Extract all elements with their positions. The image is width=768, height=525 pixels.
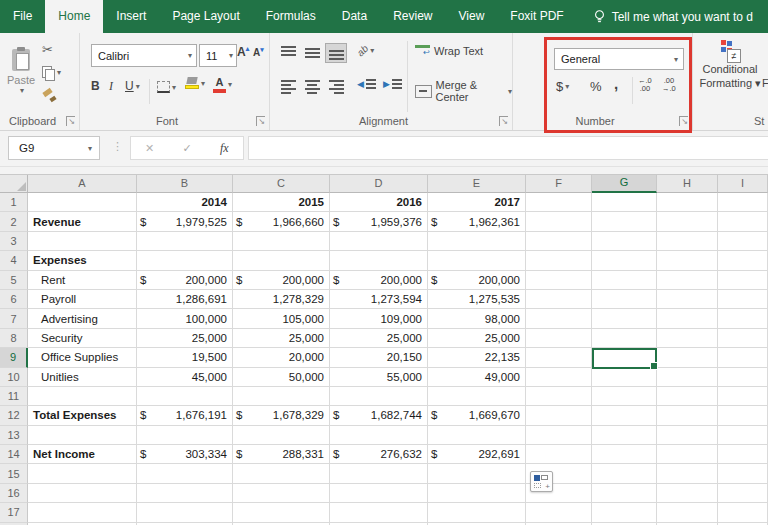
cell-I1[interactable] (718, 193, 768, 212)
cell-G17[interactable] (592, 503, 657, 522)
cell-D6[interactable]: 1,273,594 (330, 290, 428, 309)
tell-me-box[interactable]: Tell me what you want to d (593, 0, 753, 33)
cell-C10[interactable]: 50,000 (233, 368, 330, 387)
cell-D14[interactable]: $276,632 (330, 445, 428, 464)
cell-I11[interactable] (718, 387, 768, 406)
cell-G5[interactable] (592, 271, 657, 290)
clipboard-dialog-launcher-icon[interactable]: ↘ (66, 116, 75, 126)
cell-F5[interactable] (526, 271, 592, 290)
cell-E5[interactable]: $200,000 (428, 271, 526, 290)
bold-button[interactable]: B (91, 79, 100, 93)
cell-C12[interactable]: $1,678,329 (233, 406, 330, 425)
cell-D16[interactable] (330, 484, 428, 503)
cell-A1[interactable] (28, 193, 137, 212)
cell-B7[interactable]: 100,000 (137, 309, 233, 328)
cell-E16[interactable] (428, 484, 526, 503)
row-header-4[interactable]: 4 (0, 251, 28, 270)
cell-C9[interactable]: 20,000 (233, 348, 330, 367)
col-header-B[interactable]: B (137, 175, 233, 193)
tab-view[interactable]: View (446, 0, 498, 33)
cell-B17[interactable] (137, 503, 233, 522)
cancel-icon[interactable]: ✕ (131, 142, 168, 155)
cell-H6[interactable] (657, 290, 718, 309)
cell-B9[interactable]: 19,500 (137, 348, 233, 367)
cell-C15[interactable] (233, 464, 330, 483)
cell-B1[interactable]: 2014 (137, 193, 233, 212)
row-header-6[interactable]: 6 (0, 290, 28, 309)
cell-F14[interactable] (526, 445, 592, 464)
percent-style-button[interactable]: % (590, 79, 602, 94)
font-dialog-launcher-icon[interactable]: ↘ (256, 116, 265, 126)
cell-A10[interactable]: Unitlies (28, 368, 137, 387)
tab-data[interactable]: Data (329, 0, 380, 33)
cell-I12[interactable] (718, 406, 768, 425)
cell-A13[interactable] (28, 426, 137, 445)
cell-B15[interactable] (137, 464, 233, 483)
decrease-indent-button[interactable]: ◀ (357, 79, 376, 89)
cell-I3[interactable] (718, 232, 768, 251)
cell-F1[interactable] (526, 193, 592, 212)
col-header-C[interactable]: C (233, 175, 330, 193)
cell-G1[interactable] (592, 193, 657, 212)
cell-G6[interactable] (592, 290, 657, 309)
cell-F17[interactable] (526, 503, 592, 522)
cell-C3[interactable] (233, 232, 330, 251)
cell-E14[interactable]: $292,691 (428, 445, 526, 464)
cell-I16[interactable] (718, 484, 768, 503)
alignment-dialog-launcher-icon[interactable]: ↘ (499, 116, 508, 126)
row-header-15[interactable]: 15 (0, 464, 28, 483)
cell-F12[interactable] (526, 406, 592, 425)
cell-F11[interactable] (526, 387, 592, 406)
row-header-13[interactable]: 13 (0, 426, 28, 445)
cell-F7[interactable] (526, 309, 592, 328)
cell-B5[interactable]: $200,000 (137, 271, 233, 290)
font-color-button[interactable]: A ▾ (213, 76, 232, 93)
cell-I4[interactable] (718, 251, 768, 270)
cell-C6[interactable]: 1,278,329 (233, 290, 330, 309)
cell-B12[interactable]: $1,676,191 (137, 406, 233, 425)
cell-D12[interactable]: $1,682,744 (330, 406, 428, 425)
cell-D10[interactable]: 55,000 (330, 368, 428, 387)
cell-C17[interactable] (233, 503, 330, 522)
cell-C11[interactable] (233, 387, 330, 406)
cell-A12[interactable]: Total Expenses (28, 406, 137, 425)
tab-file[interactable]: File (0, 0, 45, 33)
cell-F8[interactable] (526, 329, 592, 348)
cell-C1[interactable]: 2015 (233, 193, 330, 212)
cell-D17[interactable] (330, 503, 428, 522)
cell-H5[interactable] (657, 271, 718, 290)
cell-H13[interactable] (657, 426, 718, 445)
cell-G7[interactable] (592, 309, 657, 328)
decrease-decimal-button[interactable]: .00→.0 (662, 77, 676, 94)
insert-function-icon[interactable]: fx (206, 141, 243, 156)
row-header-11[interactable]: 11 (0, 387, 28, 406)
cell-B4[interactable] (137, 251, 233, 270)
cell-A3[interactable] (28, 232, 137, 251)
cell-I17[interactable] (718, 503, 768, 522)
cell-A11[interactable] (28, 387, 137, 406)
tab-page-layout[interactable]: Page Layout (159, 0, 252, 33)
font-name-select[interactable]: Calibri ▾ (91, 44, 197, 67)
cell-G8[interactable] (592, 329, 657, 348)
merge-center-button[interactable]: Merge & Center ▾ (415, 79, 512, 103)
cell-I2[interactable] (718, 212, 768, 231)
cell-H8[interactable] (657, 329, 718, 348)
tab-home[interactable]: Home (45, 0, 103, 33)
row-header-17[interactable]: 17 (0, 503, 28, 522)
cell-D2[interactable]: $1,959,376 (330, 212, 428, 231)
cell-G13[interactable] (592, 426, 657, 445)
cell-G11[interactable] (592, 387, 657, 406)
cell-G3[interactable] (592, 232, 657, 251)
cell-B14[interactable]: $303,334 (137, 445, 233, 464)
row-header-12[interactable]: 12 (0, 406, 28, 425)
cell-I15[interactable] (718, 464, 768, 483)
cell-D8[interactable]: 25,000 (330, 329, 428, 348)
cell-I14[interactable] (718, 445, 768, 464)
cell-F6[interactable] (526, 290, 592, 309)
row-header-16[interactable]: 16 (0, 484, 28, 503)
cell-A16[interactable] (28, 484, 137, 503)
row-header-9[interactable]: 9 (0, 348, 28, 367)
middle-align-button[interactable] (301, 43, 323, 63)
cell-I13[interactable] (718, 426, 768, 445)
borders-button[interactable]: ▾ (157, 81, 176, 93)
